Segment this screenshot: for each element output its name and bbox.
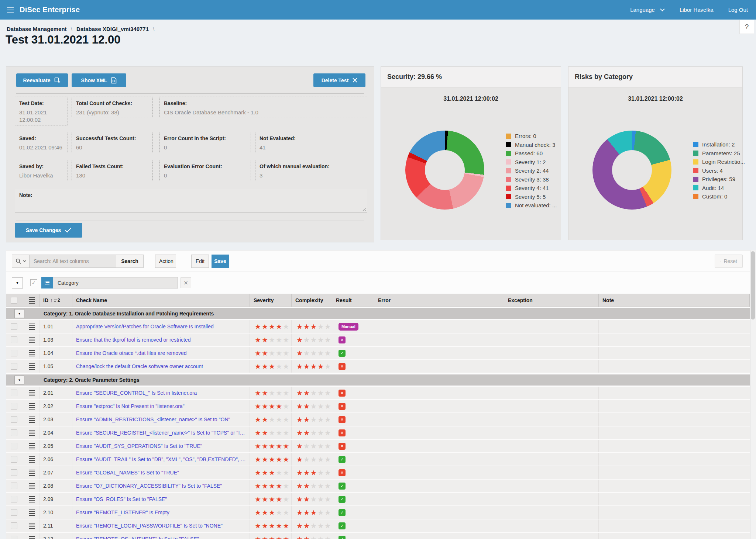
edit-button[interactable]: Edit	[191, 255, 209, 268]
row-checkbox[interactable]	[11, 363, 17, 370]
row-menu-icon[interactable]	[29, 430, 35, 436]
row-checkbox[interactable]	[11, 390, 17, 396]
legend-item[interactable]: Passed: 60	[506, 149, 557, 158]
show-xml-button[interactable]: Show XML	[72, 73, 126, 87]
check-name-link[interactable]: Ensure "O7_DICTIONARY_ACCESSIBILITY" Is …	[76, 483, 222, 489]
row-checkbox[interactable]	[11, 509, 17, 516]
legend-item[interactable]: Severity 1: 2	[506, 158, 557, 167]
select-all-checkbox[interactable]	[11, 297, 17, 304]
row-menu-icon[interactable]	[29, 443, 35, 449]
legend-item[interactable]: Parameters: 25	[693, 149, 745, 158]
help-button[interactable]: ?	[739, 20, 754, 34]
legend-item[interactable]: Severity 4: 41	[506, 184, 557, 193]
action-menu-button[interactable]: Action	[155, 255, 176, 268]
check-name-link[interactable]: Appropriate Version/Patches for Oracle S…	[76, 324, 214, 329]
row-menu-icon[interactable]	[29, 483, 35, 489]
scrollbar-thumb[interactable]	[751, 251, 755, 319]
legend-item[interactable]: Installation: 2	[693, 140, 745, 149]
row-menu-icon[interactable]	[29, 496, 35, 502]
check-name-link[interactable]: Ensure "AUDIT_TRAIL" Is Set to "DB", "XM…	[76, 456, 246, 462]
row-menu-icon[interactable]	[29, 523, 35, 529]
legend-item[interactable]: Severity 3: 38	[506, 175, 557, 184]
check-name-link[interactable]: Ensure "OS_ROLES" Is Set to "FALSE"	[76, 496, 167, 502]
row-menu-icon[interactable]	[29, 470, 35, 476]
row-menu-icon[interactable]	[29, 509, 35, 516]
check-name-link[interactable]: Ensure "SECURE_REGISTER_<listener_name>"…	[76, 430, 246, 436]
legend-item[interactable]: Users: 4	[693, 166, 745, 175]
search-button[interactable]: Search	[116, 255, 144, 268]
row-checkbox[interactable]	[11, 429, 17, 436]
column-header-exception[interactable]: Exception	[504, 294, 599, 307]
logout-button[interactable]: Log Out	[728, 7, 748, 13]
menu-icon[interactable]	[7, 7, 14, 13]
filter-dropdown-button[interactable]: ▼	[12, 277, 23, 288]
row-menu-icon[interactable]	[29, 456, 35, 463]
filter-checkbox[interactable]: ✓	[30, 279, 37, 286]
check-name-link[interactable]: Ensure "ADMIN_RESTRICTIONS_<listener_nam…	[76, 417, 230, 422]
filter-value-field[interactable]: Category	[53, 277, 178, 288]
save-button[interactable]: Save	[212, 255, 229, 268]
collapse-group-button[interactable]: ▼	[14, 376, 24, 384]
row-checkbox[interactable]	[11, 443, 17, 449]
search-scope-button[interactable]	[12, 255, 30, 268]
check-name-link[interactable]: Ensure the Oracle otrace *.dat files are…	[76, 350, 187, 356]
control-break-icon[interactable]	[41, 277, 53, 288]
resize-handle[interactable]	[362, 207, 366, 211]
row-menu-icon[interactable]	[29, 403, 35, 410]
legend-item[interactable]: Severity 2: 44	[506, 166, 557, 175]
breadcrumb-item-database[interactable]: Database XDIGI_vmi340771	[76, 26, 149, 32]
row-menu-icon[interactable]	[29, 417, 35, 423]
column-header-result[interactable]: Result	[332, 294, 374, 307]
legend-item[interactable]: Not evaluated: ...	[506, 201, 557, 210]
search-input[interactable]	[30, 255, 116, 268]
row-checkbox[interactable]	[11, 336, 17, 343]
check-name-link[interactable]: Ensure "AUDIT_SYS_OPERATIONS" Is Set to …	[76, 443, 202, 449]
legend-item[interactable]: Custom: 0	[693, 192, 745, 201]
check-name-link[interactable]: Ensure "extproc" Is Not Present in "list…	[76, 403, 185, 409]
row-checkbox[interactable]	[11, 350, 17, 356]
row-menu-icon[interactable]	[29, 536, 35, 539]
remove-filter-button[interactable]: ✕	[181, 277, 191, 288]
legend-item[interactable]: Errors: 0	[506, 132, 557, 141]
row-checkbox[interactable]	[11, 403, 17, 410]
row-checkbox[interactable]	[11, 416, 17, 423]
reevaluate-button[interactable]: Reevaluate	[16, 73, 68, 87]
row-menu-icon[interactable]	[29, 390, 35, 396]
column-header-severity[interactable]: Severity	[250, 294, 292, 307]
check-name-link[interactable]: Ensure "REMOTE_OS_AUTHENT" Is Set to "FA…	[76, 536, 199, 539]
row-menu-icon[interactable]	[29, 337, 35, 343]
row-menu-icon[interactable]	[29, 350, 35, 356]
legend-item[interactable]: Manual check: 3	[506, 141, 557, 149]
column-header-check-name[interactable]: Check Name	[72, 294, 250, 307]
reset-button[interactable]: Reset	[715, 255, 743, 268]
save-changes-button[interactable]: Save Changes	[15, 223, 82, 238]
column-header-id[interactable]: ID ↑ 2	[39, 294, 72, 307]
legend-item[interactable]: Severity 5: 5	[506, 193, 557, 201]
row-checkbox[interactable]	[11, 456, 17, 463]
check-name-link[interactable]: Ensure that the tkprof tool is removed o…	[76, 337, 190, 343]
row-menu-icon[interactable]	[29, 324, 35, 330]
column-header-complexity[interactable]: Complexity	[292, 294, 332, 307]
row-checkbox[interactable]	[11, 536, 17, 539]
check-name-link[interactable]: Ensure "SECURE_CONTROL_" Is Set in liste…	[76, 390, 197, 396]
row-checkbox[interactable]	[11, 496, 17, 502]
note-textarea[interactable]: Note:	[15, 189, 367, 213]
collapse-group-button[interactable]: ▼	[14, 309, 24, 318]
legend-item[interactable]: Audit: 14	[693, 184, 745, 193]
check-name-link[interactable]: Ensure "GLOBAL_NAMES" Is Set to "TRUE"	[76, 470, 179, 476]
legend-item[interactable]: Login Restrictio...	[693, 158, 745, 166]
user-menu[interactable]: Libor Havelka	[680, 7, 714, 13]
row-checkbox[interactable]	[11, 469, 17, 476]
column-header-note[interactable]: Note	[599, 294, 750, 307]
language-menu[interactable]: Language	[630, 7, 665, 13]
row-checkbox[interactable]	[11, 483, 17, 489]
legend-item[interactable]: Privileges: 59	[693, 175, 745, 184]
row-checkbox[interactable]	[11, 323, 17, 330]
check-name-link[interactable]: Ensure "REMOTE_LOGIN_PASSWORDFILE" Is Se…	[76, 523, 223, 529]
column-header-error[interactable]: Error	[374, 294, 504, 307]
breadcrumb-item-database-management[interactable]: Database Management	[7, 26, 67, 32]
delete-test-button[interactable]: Delete Test	[313, 73, 365, 87]
check-name-link[interactable]: Ensure "REMOTE_LISTENER" Is Empty	[76, 509, 169, 515]
row-checkbox[interactable]	[11, 522, 17, 529]
check-name-link[interactable]: Change/lock the default Oracle software …	[76, 363, 203, 369]
